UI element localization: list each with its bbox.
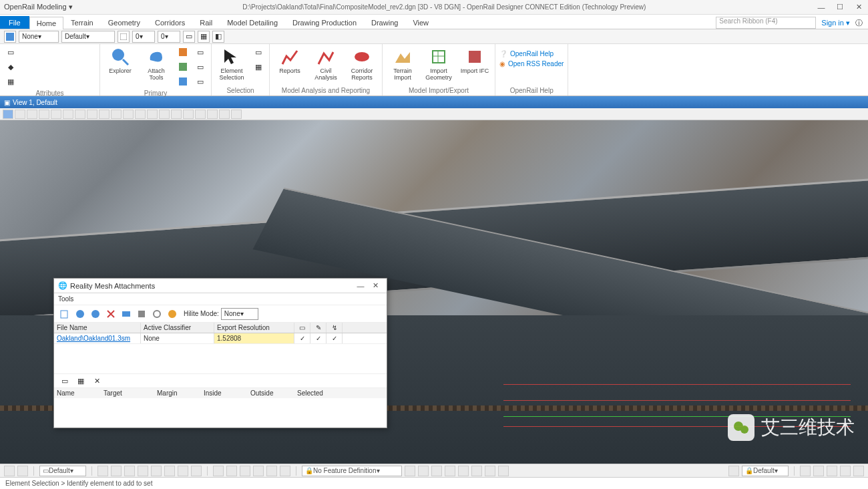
col-filename[interactable]: File Name <box>54 323 141 333</box>
bb-tool-20[interactable] <box>445 466 455 476</box>
level-name-combo[interactable]: None ▾ <box>19 31 59 43</box>
col-classifier[interactable]: Active Classifier <box>141 323 214 333</box>
bb-tool-7[interactable] <box>151 466 162 476</box>
level-icon[interactable] <box>4 31 16 43</box>
tab-geometry[interactable]: Geometry <box>101 16 148 29</box>
bb-tool-5[interactable] <box>124 466 135 476</box>
tab-corridors[interactable]: Corridors <box>148 16 192 29</box>
bb-tool-r4[interactable] <box>827 466 837 476</box>
view-tool-zoom-out[interactable] <box>63 110 73 119</box>
tab-home[interactable]: Home <box>29 17 63 29</box>
primary-small-4[interactable]: ▭ <box>194 45 207 59</box>
attach-file-icon[interactable] <box>58 307 71 321</box>
bb-tool-18[interactable] <box>418 466 429 476</box>
view-tool-15[interactable] <box>171 110 182 119</box>
primary-small-6[interactable]: ▭ <box>194 75 207 88</box>
reports-button[interactable]: Reports <box>274 45 306 75</box>
bb-tool-15[interactable] <box>266 466 277 476</box>
bb-tool-r1[interactable] <box>728 466 739 476</box>
bb-tool-17[interactable] <box>405 466 415 476</box>
col2-target[interactable]: Target <box>101 388 154 398</box>
fence-icon[interactable]: ▭ <box>252 45 265 59</box>
hilite-mode-combo[interactable]: None ▾ <box>221 308 258 320</box>
col2-selected[interactable]: Selected <box>294 388 341 398</box>
view-tool-1[interactable] <box>3 110 13 119</box>
view-tool-fit[interactable] <box>75 110 85 119</box>
view-tool-14[interactable] <box>159 110 170 119</box>
hilite-icon[interactable] <box>166 307 179 321</box>
bb-tool-14[interactable] <box>253 466 264 476</box>
view-tool-4[interactable] <box>39 110 49 119</box>
bb-tool-9[interactable] <box>178 466 188 476</box>
col2-inside[interactable]: Inside <box>201 388 248 398</box>
primary-small-3[interactable] <box>176 75 190 88</box>
qat-tool-1[interactable]: ▭ <box>183 31 195 43</box>
attach-tools-button[interactable]: Attach Tools <box>140 45 172 82</box>
qat-tool-2[interactable]: ▦ <box>198 31 210 43</box>
bb-tool-16[interactable] <box>280 466 290 476</box>
bb-tool-24[interactable] <box>498 466 509 476</box>
bb-level-combo[interactable]: ▭ Default ▾ <box>39 466 86 476</box>
view-tool-16[interactable] <box>183 110 194 119</box>
col-snap-icon[interactable]: ✎ <box>310 323 327 333</box>
tab-view[interactable]: View <box>405 16 436 29</box>
close-button[interactable]: ✕ <box>849 0 868 15</box>
attr-btn-3[interactable]: ▦ <box>4 75 17 88</box>
col2-margin[interactable]: Margin <box>154 388 201 398</box>
bb-tool-22[interactable] <box>471 466 482 476</box>
bb-tool-8[interactable] <box>164 466 175 476</box>
bb-tool-10[interactable] <box>191 466 202 476</box>
view-tool-pan[interactable] <box>99 110 110 119</box>
workflow-menu[interactable]: OpenRail Modeling ▾ <box>0 3 77 11</box>
tab-model-detailing[interactable]: Model Detailing <box>220 16 285 29</box>
element-selection-button[interactable]: Element Selection <box>216 45 248 82</box>
bb-tool-2[interactable] <box>17 466 28 476</box>
bb-tool-r3[interactable] <box>813 466 824 476</box>
lineweight-combo[interactable]: 0 ▾ <box>132 31 155 43</box>
bb-tool-r2[interactable] <box>800 466 811 476</box>
table-row[interactable]: Oakland\Oakland01.3sm None 1.52808 ✓ ✓ ✓ <box>54 333 387 344</box>
tab-drawing[interactable]: Drawing <box>364 16 405 29</box>
dialog-close[interactable]: ✕ <box>368 281 383 290</box>
view-tool-2[interactable] <box>15 110 25 119</box>
primary-small-2[interactable] <box>176 60 190 73</box>
bb-tool-21[interactable] <box>458 466 469 476</box>
select-all-icon[interactable]: ▦ <box>252 60 265 73</box>
bb-tool-6[interactable] <box>138 466 148 476</box>
reality-mesh-dialog[interactable]: 🌐 Reality Mesh Attachments — ✕ Tools Hil… <box>53 278 387 428</box>
qat-tool-3[interactable]: ◧ <box>212 31 224 43</box>
linestyle-combo[interactable]: 0 ▾ <box>158 31 180 43</box>
view-tool-20[interactable] <box>231 110 242 119</box>
bb-tool-1[interactable] <box>4 466 15 476</box>
maximize-button[interactable]: ☐ <box>831 0 849 15</box>
corridor-reports-button[interactable]: Corridor Reports <box>346 45 378 82</box>
tab-rail[interactable]: Rail <box>192 16 220 29</box>
bb-tool-12[interactable] <box>226 466 237 476</box>
classifier-new-icon[interactable]: ▭ <box>58 374 71 387</box>
level-value-combo[interactable]: Default ▾ <box>61 31 115 43</box>
primary-small-5[interactable]: ▭ <box>194 60 207 73</box>
col-display-icon[interactable]: ▭ <box>294 323 310 333</box>
color-picker[interactable] <box>118 31 130 43</box>
col2-name[interactable]: Name <box>54 388 101 398</box>
view-tool-13[interactable] <box>147 110 158 119</box>
bb-tool-3[interactable] <box>97 466 108 476</box>
locate-icon[interactable] <box>150 307 164 321</box>
attr-btn-1[interactable]: ▭ <box>4 45 17 59</box>
display-icon[interactable] <box>120 307 133 321</box>
bb-tool-19[interactable] <box>431 466 442 476</box>
feature-def-combo[interactable]: 🔒 No Feature Definition ▾ <box>302 466 402 476</box>
classifier-edit-icon[interactable]: ▦ <box>74 374 87 387</box>
col-export[interactable]: Export Resolution <box>214 323 294 333</box>
primary-small-1[interactable] <box>176 45 190 59</box>
snap-icon[interactable] <box>135 307 148 321</box>
attach-url-icon[interactable] <box>73 307 87 321</box>
rss-reader-link[interactable]: ◉Open RSS Reader <box>499 59 564 68</box>
ribbon-search[interactable]: Search Ribbon (F4) <box>716 17 816 29</box>
bb-tool-11[interactable] <box>213 466 224 476</box>
detach-icon[interactable] <box>104 307 118 321</box>
view-tool-3[interactable] <box>27 110 37 119</box>
bb-tool-r6[interactable] <box>853 466 864 476</box>
dialog-minimize[interactable]: — <box>353 282 368 290</box>
tab-drawing-production[interactable]: Drawing Production <box>285 16 364 29</box>
